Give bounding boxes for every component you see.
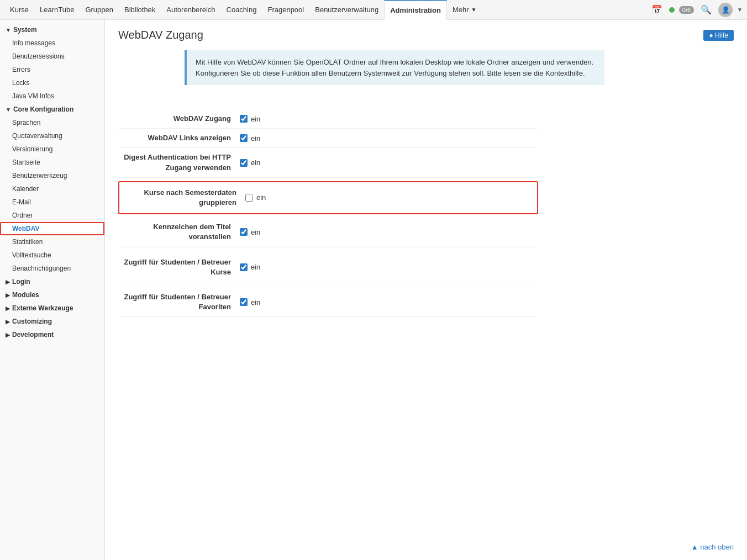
checkbox-label-kennzeichen: ein xyxy=(251,228,260,236)
form-label-kurse-semester: Kurse nach Semesterdatengruppieren xyxy=(124,188,245,208)
checkbox-label-digest-auth: ein xyxy=(251,159,260,167)
collapse-arrow-development: ▶ xyxy=(6,332,10,338)
sidebar-section-externe-label: Externe Werkzeuge xyxy=(12,304,73,312)
form-label-zugriff-favoriten: Zugriff für Studenten / BetreuerFavorite… xyxy=(118,292,240,312)
calendar-icon[interactable]: 📅 xyxy=(649,2,665,18)
form-control-zugriff-favoriten: ein xyxy=(240,298,260,307)
nav-bibliothek[interactable]: Bibliothek xyxy=(119,0,161,20)
checkbox-zugriff-kurse[interactable] xyxy=(240,263,248,271)
checkbox-label-webdav-links: ein xyxy=(251,134,260,142)
checkbox-kennzeichen[interactable] xyxy=(240,228,248,236)
sidebar-item-statistiken[interactable]: Statistiken xyxy=(0,235,104,249)
collapse-arrow-customizing: ▶ xyxy=(6,319,10,325)
sidebar-section-modules[interactable]: ▶ Modules xyxy=(0,288,104,302)
sidebar-section-externe[interactable]: ▶ Externe Werkzeuge xyxy=(0,302,104,315)
sidebar-item-locks[interactable]: Locks xyxy=(0,76,104,89)
sidebar-section-core-label: Core Konfiguration xyxy=(13,105,73,113)
nav-fragenpool[interactable]: Fragenpool xyxy=(262,0,309,20)
user-avatar[interactable]: 👤 xyxy=(718,3,733,17)
sidebar-item-sprachen[interactable]: Sprachen xyxy=(0,116,104,129)
main-layout: ▼ System Info messages Benutzersessions … xyxy=(0,20,747,560)
form-label-digest-auth: Digest Authentication bei HTTPZugang ver… xyxy=(118,152,240,172)
nav-administration[interactable]: Administration xyxy=(384,0,447,20)
nav-mehr[interactable]: Mehr ▼ xyxy=(447,0,482,20)
form-control-kennzeichen: ein xyxy=(240,228,260,236)
sidebar-item-ordner[interactable]: Ordner xyxy=(0,209,104,222)
sidebar-section-system-label: System xyxy=(13,26,37,34)
sidebar-item-benutzersessions[interactable]: Benutzersessions xyxy=(0,50,104,63)
chevron-down-icon: ▼ xyxy=(471,7,477,13)
sidebar-item-email[interactable]: E-Mail xyxy=(0,196,104,209)
checkbox-label-zugriff-kurse: ein xyxy=(251,263,260,271)
nav-gruppen[interactable]: Gruppen xyxy=(80,0,119,20)
checkbox-webdav-zugang[interactable] xyxy=(240,115,248,123)
form-label-webdav-zugang: WebDAV Zugang xyxy=(118,114,240,124)
form-control-webdav-links: ein xyxy=(240,134,260,142)
checkbox-label-webdav-zugang: ein xyxy=(251,115,260,123)
notification-badge[interactable]: 0/6 xyxy=(679,6,694,14)
form-row-webdav-links: WebDAV Links anzeigen ein xyxy=(118,129,538,148)
content-header: WebDAV Zugang ● Hilfe xyxy=(118,29,734,41)
form-label-zugriff-kurse: Zugriff für Studenten / BetreuerKurse xyxy=(118,257,240,277)
sidebar-item-volltextsuche[interactable]: Volltextsuche xyxy=(0,249,104,262)
nav-learntube[interactable]: LearnTube xyxy=(34,0,80,20)
collapse-arrow-login: ▶ xyxy=(6,279,10,285)
sidebar-section-core-items: Sprachen Quotaverwaltung Versionierung S… xyxy=(0,116,104,275)
sidebar-item-java-vm-infos[interactable]: Java VM Infos xyxy=(0,89,104,103)
collapse-arrow-system: ▼ xyxy=(6,27,11,33)
sidebar-section-login[interactable]: ▶ Login xyxy=(0,275,104,288)
checkbox-zugriff-favoriten[interactable] xyxy=(240,298,248,306)
checkbox-label-kurse-semester: ein xyxy=(256,193,266,202)
user-menu-arrow[interactable]: ▼ xyxy=(737,7,743,13)
top-navigation: Kurse LearnTube Gruppen Bibliothek Autor… xyxy=(0,0,747,20)
form-control-digest-auth: ein xyxy=(240,159,260,167)
sidebar-section-system[interactable]: ▼ System xyxy=(0,23,104,36)
form-control-webdav-zugang: ein xyxy=(240,115,260,123)
sidebar-item-errors[interactable]: Errors xyxy=(0,63,104,76)
sidebar-item-kalender[interactable]: Kalender xyxy=(0,182,104,196)
form-row-webdav-zugang: WebDAV Zugang ein xyxy=(118,109,538,129)
nav-kurse[interactable]: Kurse xyxy=(4,0,34,20)
collapse-arrow-core: ▼ xyxy=(6,107,11,113)
checkbox-webdav-links[interactable] xyxy=(240,134,248,142)
collapse-arrow-externe: ▶ xyxy=(6,305,10,311)
form-row-zugriff-favoriten: Zugriff für Studenten / BetreuerFavorite… xyxy=(118,288,538,317)
main-content: WebDAV Zugang ● Hilfe Mit Hilfe von WebD… xyxy=(105,20,747,560)
nav-autorenbereich[interactable]: Autorenbereich xyxy=(161,0,220,20)
collapse-arrow-modules: ▶ xyxy=(6,292,10,298)
checkbox-kurse-semester[interactable] xyxy=(245,194,253,202)
info-box: Mit Hilfe von WebDAV können Sie OpenOLAT… xyxy=(185,50,604,85)
form-row-zugriff-kurse: Zugriff für Studenten / BetreuerKurse ei… xyxy=(118,253,538,282)
sidebar-section-core[interactable]: ▼ Core Konfiguration xyxy=(0,103,104,116)
sidebar-item-webdav[interactable]: WebDAV xyxy=(0,222,104,235)
sidebar-item-info-messages[interactable]: Info messages xyxy=(0,36,104,50)
checkbox-digest-auth[interactable] xyxy=(240,159,248,167)
form-row-digest-auth: Digest Authentication bei HTTPZugang ver… xyxy=(118,148,538,177)
form-label-webdav-links: WebDAV Links anzeigen xyxy=(118,133,240,143)
sidebar-item-quotaverwaltung[interactable]: Quotaverwaltung xyxy=(0,129,104,142)
info-text: Mit Hilfe von WebDAV können Sie OpenOLAT… xyxy=(196,58,593,77)
sidebar-section-login-label: Login xyxy=(12,278,30,286)
nav-benutzerverwaltung[interactable]: Benutzerverwaltung xyxy=(309,0,384,20)
sidebar-item-benachrichtigungen[interactable]: Benachrichtigungen xyxy=(0,262,104,275)
form-control-kurse-semester: ein xyxy=(245,193,266,202)
sidebar-section-customizing-label: Customizing xyxy=(12,318,52,325)
sidebar-item-versionierung[interactable]: Versionierung xyxy=(0,142,104,156)
sidebar-section-modules-label: Modules xyxy=(12,291,39,299)
page-title: WebDAV Zugang xyxy=(118,29,203,41)
sidebar-item-startseite[interactable]: Startseite xyxy=(0,156,104,169)
sidebar-section-system-items: Info messages Benutzersessions Errors Lo… xyxy=(0,36,104,103)
sidebar-item-benutzerwerkzeug[interactable]: Benutzerwerkzeug xyxy=(0,169,104,182)
help-button[interactable]: ● Hilfe xyxy=(703,30,734,41)
status-indicator xyxy=(669,7,675,13)
search-icon[interactable]: 🔍 xyxy=(698,2,714,18)
sidebar-section-development-label: Development xyxy=(12,331,54,339)
sidebar-section-development[interactable]: ▶ Development xyxy=(0,328,104,341)
form-control-zugriff-kurse: ein xyxy=(240,263,260,271)
checkbox-label-zugriff-favoriten: ein xyxy=(251,298,260,307)
form-table: WebDAV Zugang ein WebDAV Links anzeigen … xyxy=(118,109,538,317)
scroll-top-button[interactable]: ▲ nach oben xyxy=(691,543,734,551)
nav-coaching[interactable]: Coaching xyxy=(221,0,262,20)
form-row-kurse-semester-highlighted: Kurse nach Semesterdatengruppieren ein xyxy=(118,181,538,214)
sidebar-section-customizing[interactable]: ▶ Customizing xyxy=(0,315,104,328)
